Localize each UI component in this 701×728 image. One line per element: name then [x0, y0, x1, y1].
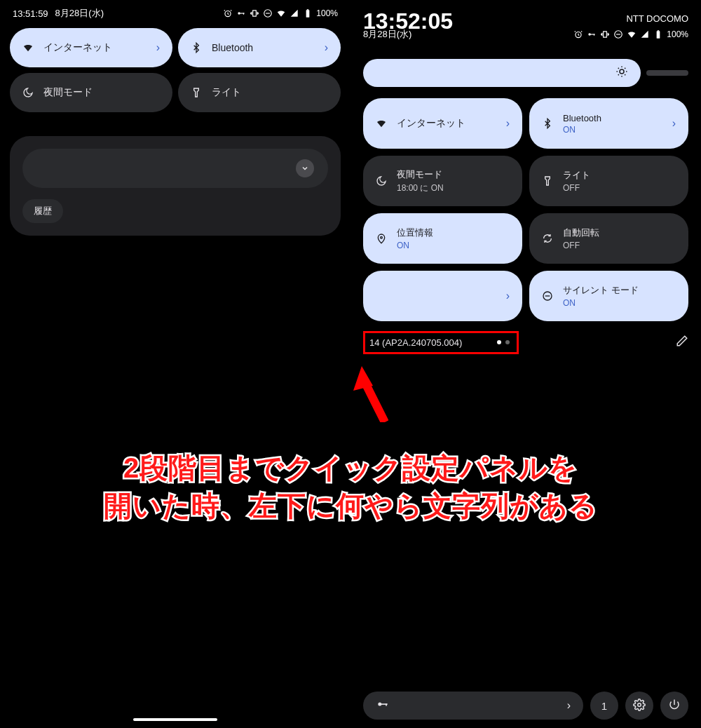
tile-bluetooth[interactable]: Bluetooth › — [178, 28, 341, 67]
chevron-right-icon: › — [156, 41, 160, 54]
tile-internet[interactable]: インターネット › — [10, 28, 172, 67]
chevron-down-icon[interactable] — [296, 159, 314, 177]
dnd-icon — [263, 8, 273, 18]
tile-flashlight[interactable]: ライト — [178, 73, 341, 112]
moon-icon — [22, 87, 34, 98]
user-count: 1 — [601, 700, 607, 712]
rotate-icon — [542, 233, 553, 244]
svg-rect-19 — [386, 703, 387, 706]
wifi-icon — [22, 42, 34, 53]
chevron-right-icon: › — [567, 699, 571, 712]
svg-rect-6 — [307, 9, 308, 10]
vpn-status-bar[interactable]: › — [363, 692, 583, 720]
status-header: 13:52:05 NTT DOCOMO 8月28日(水) — [350, 0, 701, 46]
right-screen: 13:52:05 NTT DOCOMO 8月28日(水) — [350, 0, 701, 728]
nav-handle[interactable] — [133, 718, 217, 721]
wifi-icon — [627, 29, 637, 39]
tile-label: ライト — [212, 86, 241, 99]
status-icons: 100% — [223, 8, 338, 18]
quick-settings-compact: インターネット › Bluetooth › 夜間モード — [0, 24, 350, 122]
caption-line2: 開いた時、左下に何やら文字列がある — [0, 487, 701, 525]
svg-rect-12 — [657, 31, 660, 39]
status-time: 13:51:59 — [13, 8, 48, 19]
location-icon — [376, 233, 387, 244]
tile-night-mode[interactable]: 夜間モード — [10, 73, 172, 112]
chevron-right-icon: › — [325, 41, 328, 54]
battery-icon — [303, 8, 313, 18]
tile-label: ライト — [563, 169, 590, 182]
svg-rect-3 — [243, 13, 244, 14]
annotation-box: 14 (AP2A.240705.004) — [363, 331, 519, 354]
tile-bluetooth[interactable]: Bluetooth ON › — [529, 98, 688, 149]
battery-pct: 100% — [316, 8, 338, 18]
tile-blank[interactable]: › — [363, 271, 522, 321]
chevron-right-icon: › — [672, 117, 676, 130]
moon-icon — [376, 175, 387, 187]
wifi-icon — [276, 8, 286, 18]
tile-sub: ON — [397, 241, 433, 250]
footer-controls: › 1 — [363, 692, 688, 720]
dnd-icon — [613, 29, 623, 39]
caption-line1: 2段階目までクイック設定パネルを — [0, 449, 701, 487]
tile-silent-mode[interactable]: サイレント モード ON — [529, 271, 688, 321]
wifi-icon — [376, 118, 387, 129]
status-bar: 13:51:59 8月28日(水) — [0, 0, 350, 24]
vibrate-icon — [250, 8, 259, 18]
brightness-slider[interactable] — [363, 59, 688, 87]
edit-icon[interactable] — [676, 335, 688, 350]
svg-rect-13 — [658, 30, 659, 31]
power-icon — [668, 699, 681, 713]
tile-auto-rotate[interactable]: 自動回転 OFF — [529, 213, 688, 264]
tile-label: 位置情報 — [397, 227, 433, 239]
notification-panel: 履歴 — [10, 136, 341, 236]
tile-label: 夜間モード — [43, 86, 93, 99]
bluetooth-icon — [191, 42, 202, 53]
build-footer-row: 14 (AP2A.240705.004) — [363, 331, 688, 353]
tile-label: インターネット — [397, 117, 465, 130]
bluetooth-icon — [542, 118, 553, 129]
status-icons: 100% — [573, 29, 688, 39]
tile-label: Bluetooth — [212, 42, 253, 53]
dnd-icon — [542, 290, 553, 302]
history-chip[interactable]: 履歴 — [22, 199, 63, 223]
svg-rect-10 — [594, 34, 594, 35]
build-number: 14 (AP2A.240705.004) — [369, 337, 462, 348]
gear-icon — [633, 699, 646, 713]
tile-night-mode[interactable]: 夜間モード 18:00 に ON — [363, 156, 522, 206]
tile-sub: 18:00 に ON — [397, 182, 444, 194]
tile-flashlight[interactable]: ライト OFF — [529, 156, 688, 206]
tile-sub: ON — [563, 298, 639, 308]
chevron-right-icon: › — [506, 117, 510, 130]
battery-icon — [653, 29, 663, 39]
tile-label: インターネット — [43, 41, 112, 54]
left-screen: 13:51:59 8月28日(水) — [0, 0, 350, 728]
tile-internet[interactable]: インターネット › — [363, 98, 522, 149]
svg-point-15 — [381, 236, 383, 238]
notification-group[interactable] — [22, 149, 328, 188]
page-indicator — [497, 340, 510, 344]
vibrate-icon — [600, 29, 610, 39]
quick-settings-expanded: インターネット › Bluetooth ON › — [350, 98, 701, 321]
svg-point-14 — [620, 69, 624, 74]
vpn-key-icon — [376, 697, 390, 714]
brightness-icon — [615, 65, 628, 81]
battery-pct: 100% — [667, 29, 688, 39]
user-button[interactable]: 1 — [590, 692, 618, 720]
tile-label: 夜間モード — [397, 168, 444, 181]
tile-label: Bluetooth — [563, 113, 601, 123]
brightness-track-empty — [646, 70, 688, 76]
tile-location[interactable]: 位置情報 ON — [363, 213, 522, 264]
flashlight-icon — [542, 175, 553, 187]
power-button[interactable] — [660, 692, 688, 720]
tile-label: サイレント モード — [563, 284, 639, 297]
annotation-caption: 2段階目までクイック設定パネルを 開いた時、左下に何やら文字列がある — [0, 449, 701, 525]
svg-rect-5 — [306, 10, 310, 17]
signal-icon — [290, 8, 299, 18]
settings-button[interactable] — [625, 692, 653, 720]
tile-sub: OFF — [563, 183, 590, 193]
annotation-arrow — [353, 366, 388, 422]
signal-icon — [640, 29, 650, 39]
vpn-key-icon — [236, 8, 246, 18]
tile-sub: ON — [563, 125, 601, 135]
flashlight-icon — [191, 87, 202, 98]
